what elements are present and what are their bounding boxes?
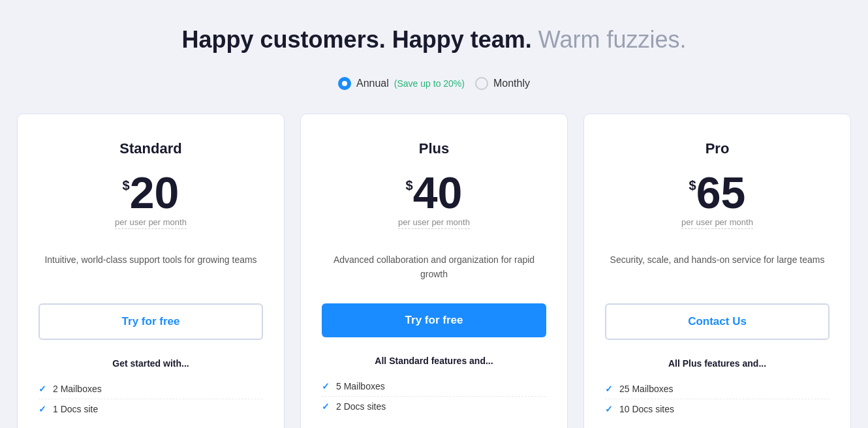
monthly-label: Monthly [493, 78, 530, 89]
plans-container: Standard $ 20 per user per month Intuiti… [16, 114, 852, 428]
feature-item: ✓ 5 Mailboxes [322, 376, 546, 397]
check-icon: ✓ [322, 381, 330, 391]
price-amount: 40 [413, 170, 463, 215]
check-icon: ✓ [39, 384, 46, 394]
feature-text: 25 Mailboxes [619, 384, 674, 394]
plan-description: Security, scale, and hands-on service fo… [610, 252, 825, 285]
check-icon: ✓ [605, 404, 613, 414]
cta-button-standard[interactable]: Try for free [39, 303, 263, 340]
feature-list: ✓ 5 Mailboxes ✓ 2 Docs sites [322, 376, 546, 416]
feature-list: ✓ 2 Mailboxes ✓ 1 Docs site [39, 379, 263, 419]
plan-price: $ 65 [689, 170, 746, 215]
plan-card-standard: Standard $ 20 per user per month Intuiti… [17, 114, 285, 428]
feature-text: 5 Mailboxes [336, 381, 385, 391]
annual-label: Annual [356, 78, 389, 89]
annual-option[interactable]: Annual (Save up to 20%) [338, 77, 465, 90]
price-amount: 20 [130, 170, 179, 215]
plan-card-plus: Plus $ 40 per user per month Advanced co… [300, 114, 568, 428]
feature-text: 2 Mailboxes [53, 384, 102, 394]
feature-text: 10 Docs sites [619, 404, 674, 414]
plan-description: Advanced collaboration and organization … [322, 252, 546, 285]
features-header: All Standard features and... [375, 356, 493, 366]
monthly-option[interactable]: Monthly [475, 77, 530, 90]
feature-item: ✓ 10 Docs sites [605, 399, 829, 419]
check-icon: ✓ [322, 401, 330, 412]
price-currency: $ [123, 178, 130, 193]
plan-price: $ 40 [406, 170, 463, 215]
feature-list: ✓ 25 Mailboxes ✓ 10 Docs sites [605, 379, 829, 419]
feature-text: 2 Docs sites [336, 401, 386, 412]
features-header: Get started with... [112, 358, 189, 369]
plan-name: Standard [119, 140, 181, 157]
plan-name: Pro [705, 140, 730, 157]
plan-price: $ 20 [123, 170, 179, 215]
annual-radio[interactable] [338, 77, 351, 90]
features-header: All Plus features and... [668, 358, 766, 369]
price-period: per user per month [115, 217, 187, 229]
price-period: per user per month [681, 217, 753, 229]
price-amount: 65 [696, 170, 746, 215]
plan-name: Plus [419, 140, 449, 157]
annual-save-badge: (Save up to 20%) [394, 78, 465, 89]
page-headline: Happy customers. Happy team. Warm fuzzie… [182, 26, 687, 54]
plan-description: Intuitive, world-class support tools for… [44, 252, 256, 285]
headline-part2: Warm fuzzies. [532, 26, 687, 53]
feature-item: ✓ 2 Mailboxes [39, 379, 263, 399]
price-period: per user per month [398, 217, 470, 229]
price-currency: $ [689, 178, 696, 193]
monthly-radio[interactable] [475, 77, 488, 90]
price-currency: $ [406, 178, 413, 193]
feature-item: ✓ 1 Docs site [39, 399, 263, 419]
cta-button-pro[interactable]: Contact Us [605, 303, 829, 340]
headline-part1: Happy customers. Happy team. [182, 26, 532, 53]
feature-item: ✓ 25 Mailboxes [605, 379, 829, 399]
check-icon: ✓ [605, 384, 613, 394]
billing-toggle: Annual (Save up to 20%) Monthly [338, 77, 530, 90]
feature-text: 1 Docs site [53, 404, 98, 414]
feature-item: ✓ 2 Docs sites [322, 397, 546, 416]
check-icon: ✓ [39, 404, 46, 414]
cta-button-plus[interactable]: Try for free [322, 303, 546, 337]
plan-card-pro: Pro $ 65 per user per month Security, sc… [583, 114, 851, 428]
